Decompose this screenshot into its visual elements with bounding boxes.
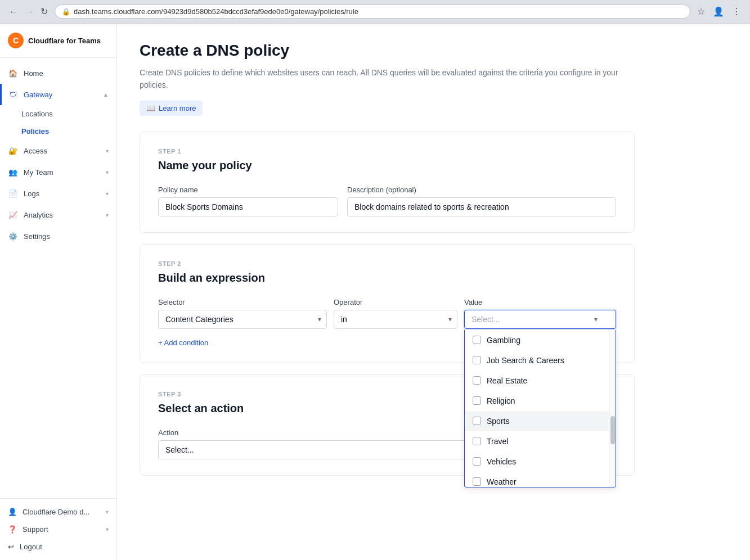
dropdown-item-real-estate[interactable]: Real Estate [465, 371, 611, 391]
dropdown-item-travel[interactable]: Travel [465, 431, 611, 451]
support-label: Support [23, 525, 48, 534]
vehicles-checkbox[interactable] [473, 457, 481, 466]
job-search-checkbox[interactable] [473, 356, 481, 364]
weather-label: Weather [487, 477, 517, 486]
gateway-chevron-icon: ▲ [103, 92, 109, 98]
star-button[interactable]: ☆ [695, 5, 707, 18]
sports-label: Sports [487, 417, 509, 426]
step2-title: Build an expression [158, 272, 616, 284]
travel-checkbox[interactable] [473, 437, 481, 445]
dropdown-list: Gambling Job Search & Careers Real Estat… [465, 330, 616, 487]
logs-icon: 📄 [8, 188, 18, 198]
content-inner: Create a DNS policy Create DNS policies … [117, 24, 657, 505]
selector-select[interactable]: Content Categories [158, 310, 327, 329]
value-placeholder: Select... [471, 315, 500, 324]
dropdown-item-job-search[interactable]: Job Search & Careers [465, 350, 611, 371]
sidebar-item-logs[interactable]: 📄 Logs ▾ [0, 183, 116, 204]
religion-checkbox[interactable] [473, 396, 481, 405]
add-condition-label: + Add condition [158, 338, 208, 347]
selector-wrapper: Content Categories ▾ [158, 310, 327, 329]
main-content: Create a DNS policy Create DNS policies … [117, 24, 750, 560]
page-title: Create a DNS policy [140, 42, 635, 60]
job-search-label: Job Search & Careers [487, 356, 564, 365]
policy-name-label: Policy name [158, 186, 338, 194]
sidebar-item-access[interactable]: 🔐 Access ▾ [0, 140, 116, 161]
gateway-icon: 🛡 [8, 89, 18, 100]
sidebar-item-home[interactable]: 🏠 Home [0, 62, 116, 84]
sidebar-item-policies[interactable]: Policies [0, 123, 116, 140]
learn-more-label: Learn more [159, 104, 196, 112]
account-item[interactable]: 👤 Cloudflare Demo d... ▾ [0, 503, 116, 521]
dropdown-scrollbar-thumb [610, 416, 615, 444]
operator-col: Operator in ▾ [334, 298, 457, 329]
support-item[interactable]: ❓ Support ▾ [0, 521, 116, 538]
sidebar-item-myteam[interactable]: 👥 My Team ▾ [0, 161, 116, 183]
locations-label: Locations [21, 110, 53, 118]
value-wrapper: Select... ▾ Gambling [464, 310, 616, 329]
value-chevron-icon: ▾ [594, 315, 598, 323]
dropdown-scrollbar [609, 330, 616, 487]
religion-label: Religion [487, 396, 515, 405]
logs-chevron-icon: ▾ [106, 191, 109, 197]
cloudflare-logo: C [8, 33, 24, 48]
logout-item[interactable]: ↩ Logout [0, 538, 116, 556]
back-button[interactable]: ← [7, 6, 20, 18]
description-input[interactable] [347, 197, 616, 216]
description-group: Description (optional) [347, 186, 616, 216]
policy-name-input[interactable] [158, 197, 338, 216]
account-label: Cloudflare Demo d... [23, 508, 89, 516]
vehicles-label: Vehicles [487, 457, 516, 466]
forward-button[interactable]: → [23, 6, 36, 18]
myteam-icon: 👥 [8, 167, 18, 177]
dropdown-item-sports[interactable]: Sports [465, 411, 611, 431]
dropdown-item-weather[interactable]: Weather [465, 472, 611, 487]
weather-checkbox[interactable] [473, 477, 481, 486]
browser-nav-buttons: ← → ↻ [7, 5, 50, 18]
page-description: Create DNS policies to define which webs… [140, 66, 635, 92]
reload-button[interactable]: ↻ [38, 5, 50, 18]
step1-form-row: Policy name Description (optional) [158, 186, 616, 216]
dropdown-item-gambling[interactable]: Gambling [465, 330, 611, 350]
logout-label: Logout [20, 543, 42, 551]
learn-more-icon: 📖 [146, 104, 155, 112]
sidebar-item-locations[interactable]: Locations [0, 105, 116, 123]
logo-text: C [13, 36, 19, 45]
step1-title: Name your policy [158, 159, 616, 172]
add-condition-button[interactable]: + Add condition [158, 338, 208, 347]
step1-label: STEP 1 [158, 148, 616, 155]
sidebar-item-gateway[interactable]: 🛡 Gateway ▲ [0, 84, 116, 105]
operator-select[interactable]: in [334, 310, 457, 329]
dropdown-item-vehicles[interactable]: Vehicles [465, 451, 611, 472]
menu-button[interactable]: ⋮ [730, 5, 743, 18]
value-select[interactable]: Select... ▾ [464, 310, 616, 329]
value-label: Value [464, 298, 616, 306]
step2-card: STEP 2 Build an expression Selector Cont… [140, 244, 635, 363]
step2-label: STEP 2 [158, 260, 616, 267]
real-estate-label: Real Estate [487, 376, 527, 385]
sidebar-analytics-label: Analytics [24, 211, 53, 219]
logout-icon: ↩ [8, 543, 14, 551]
sidebar-myteam-label: My Team [24, 168, 53, 177]
sidebar-access-label: Access [24, 147, 47, 155]
settings-icon: ⚙️ [8, 231, 18, 241]
browser-actions: ☆ 👤 ⋮ [695, 5, 743, 18]
address-bar[interactable]: 🔒 dash.teams.cloudflare.com/94923d9d580b… [55, 4, 690, 19]
dropdown-item-religion[interactable]: Religion [465, 391, 611, 411]
gambling-label: Gambling [487, 336, 520, 345]
policies-label: Policies [21, 127, 49, 136]
analytics-chevron-icon: ▾ [106, 212, 109, 218]
gambling-checkbox[interactable] [473, 336, 481, 344]
sidebar-item-analytics[interactable]: 📈 Analytics ▾ [0, 204, 116, 225]
learn-more-button[interactable]: 📖 Learn more [140, 101, 203, 116]
real-estate-checkbox[interactable] [473, 376, 481, 385]
lock-icon: 🔒 [62, 8, 70, 16]
travel-label: Travel [487, 437, 508, 446]
sidebar-nav: 🏠 Home 🛡 Gateway ▲ Locations Policies 🔐 … [0, 58, 116, 498]
sidebar-settings-label: Settings [24, 232, 50, 241]
home-icon: 🏠 [8, 68, 18, 78]
profile-button[interactable]: 👤 [711, 5, 726, 18]
sports-checkbox[interactable] [473, 417, 481, 425]
support-chevron-icon: ▾ [106, 526, 109, 532]
selector-col: Selector Content Categories ▾ [158, 298, 327, 329]
sidebar-item-settings[interactable]: ⚙️ Settings [0, 225, 116, 247]
